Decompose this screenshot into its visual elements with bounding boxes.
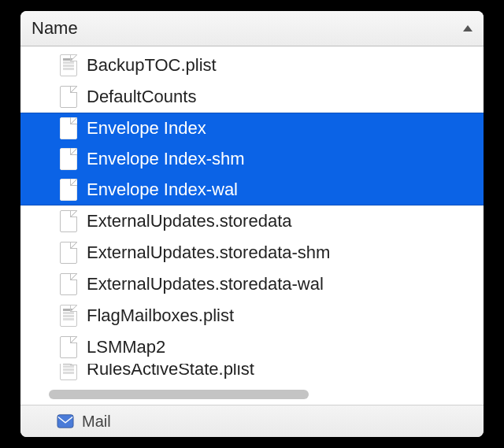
file-list[interactable]: BackupTOC.plistDefaultCountsEnvelope Ind… (20, 46, 484, 386)
horizontal-scrollbar-track[interactable] (20, 386, 484, 405)
horizontal-scrollbar-thumb[interactable] (49, 390, 309, 399)
file-name-label: BackupTOC.plist (87, 55, 217, 76)
file-name-label: Envelope Index-shm (87, 149, 245, 169)
plist-file-icon (60, 363, 77, 380)
file-row[interactable]: Envelope Index-shm (20, 143, 484, 175)
file-name-label: ExternalUpdates.storedata (87, 211, 292, 231)
file-row[interactable]: Envelope Index-wal (20, 174, 484, 205)
generic-file-icon (60, 148, 77, 170)
file-row[interactable]: Envelope Index (20, 113, 484, 144)
file-name-label: FlagMailboxes.plist (87, 305, 234, 326)
file-row[interactable]: RulesActiveState.plist (20, 363, 484, 385)
file-row[interactable]: BackupTOC.plist (20, 50, 484, 81)
plist-file-icon (60, 54, 77, 76)
generic-file-icon (60, 242, 77, 264)
file-name-label: RulesActiveState.plist (87, 363, 254, 380)
generic-file-icon (60, 179, 77, 201)
generic-file-icon (60, 336, 77, 358)
sort-ascending-icon[interactable] (463, 25, 472, 31)
file-row[interactable]: ExternalUpdates.storedata-wal (20, 268, 484, 300)
file-name-label: Envelope Index-wal (87, 180, 238, 200)
file-name-label: LSMMap2 (87, 337, 165, 357)
path-bar-folder-name: Mail (82, 413, 111, 431)
file-row[interactable]: DefaultCounts (20, 81, 484, 113)
file-name-label: ExternalUpdates.storedata-shm (87, 243, 330, 263)
column-header-label: Name (32, 18, 78, 39)
file-name-label: Envelope Index (87, 118, 206, 139)
file-row[interactable]: ExternalUpdates.storedata-shm (20, 237, 484, 268)
file-name-label: DefaultCounts (87, 87, 196, 107)
file-row[interactable]: ExternalUpdates.storedata (20, 205, 484, 237)
generic-file-icon (60, 210, 77, 232)
generic-file-icon (60, 117, 77, 139)
mail-app-icon (57, 413, 74, 430)
column-header-name[interactable]: Name (20, 11, 484, 46)
file-row[interactable]: LSMMap2 (20, 331, 484, 363)
generic-file-icon (60, 273, 77, 295)
finder-window: Name BackupTOC.plistDefaultCountsEnvelop… (20, 11, 484, 437)
file-row[interactable]: FlagMailboxes.plist (20, 300, 484, 331)
generic-file-icon (60, 86, 77, 108)
path-bar[interactable]: Mail (20, 405, 484, 437)
svg-rect-0 (57, 415, 73, 428)
file-name-label: ExternalUpdates.storedata-wal (87, 274, 324, 294)
plist-file-icon (60, 305, 77, 327)
